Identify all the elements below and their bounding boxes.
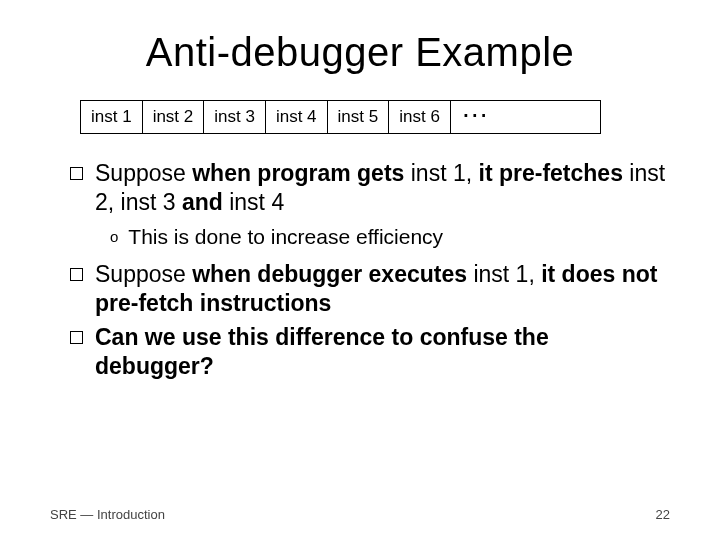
inst-cell: inst 6 (389, 101, 450, 133)
ellipsis-icon: … (461, 103, 493, 113)
dash-icon: — (80, 507, 93, 522)
slide-title: Anti-debugger Example (50, 30, 670, 75)
bullet-text: Suppose when debugger executes inst 1, i… (95, 260, 670, 318)
slide: Anti-debugger Example inst 1 inst 2 inst… (0, 0, 720, 540)
t: Introduction (93, 507, 165, 522)
instruction-box: inst 1 inst 2 inst 3 inst 4 inst 5 inst … (80, 100, 451, 134)
sub-bullet-text: This is done to increase efficiency (128, 223, 443, 250)
square-bullet-icon (70, 268, 83, 281)
t: inst 4 (223, 189, 284, 215)
bullets: Suppose when program gets inst 1, it pre… (70, 159, 670, 381)
t: inst 1, (467, 261, 541, 287)
t: inst 1, (404, 160, 478, 186)
t: not (622, 261, 658, 287)
page-number: 22 (656, 507, 670, 522)
instruction-ellipsis-box: … (451, 100, 601, 134)
square-bullet-icon (70, 331, 83, 344)
circle-bullet-icon: o (110, 228, 118, 245)
t: and (182, 189, 223, 215)
t: when program gets (192, 160, 404, 186)
inst-cell: inst 1 (81, 101, 143, 133)
t: it pre-fetches (479, 160, 623, 186)
instruction-row: inst 1 inst 2 inst 3 inst 4 inst 5 inst … (80, 100, 670, 134)
t: Suppose (95, 160, 192, 186)
bullet-text: Can we use this difference to confuse th… (95, 323, 670, 381)
footer-left: SRE — Introduction (50, 507, 165, 522)
bullet-text: Suppose when program gets inst 1, it pre… (95, 159, 670, 217)
bullet-3: Can we use this difference to confuse th… (70, 323, 670, 381)
t: SRE (50, 507, 80, 522)
footer: SRE — Introduction 22 (50, 507, 670, 522)
inst-cell: inst 5 (328, 101, 390, 133)
t: it does (541, 261, 622, 287)
t: Suppose (95, 261, 192, 287)
inst-cell: inst 4 (266, 101, 328, 133)
t: pre-fetch instructions (95, 290, 331, 316)
bullet-2: Suppose when debugger executes inst 1, i… (70, 260, 670, 318)
inst-cell: inst 3 (204, 101, 266, 133)
bullet-1: Suppose when program gets inst 1, it pre… (70, 159, 670, 217)
sub-bullet-1: o This is done to increase efficiency (110, 223, 670, 250)
t: when debugger executes (192, 261, 467, 287)
inst-cell: inst 2 (143, 101, 205, 133)
square-bullet-icon (70, 167, 83, 180)
